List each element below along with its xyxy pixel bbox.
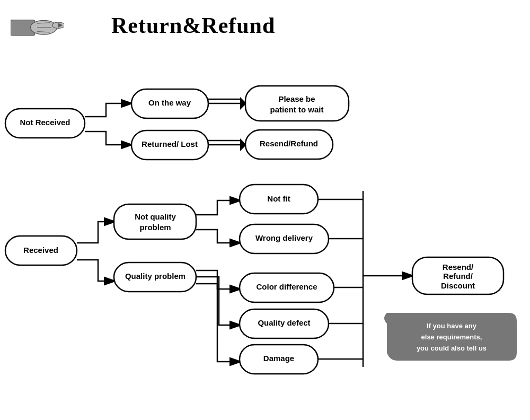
pointing-hand-icon [11,10,64,41]
returned-lost-label: Returned/ Lost [142,139,198,148]
not-quality-problem-label2: problem [139,223,171,232]
resend-refund-discount-label: Resend/ [443,262,474,272]
resend-refund-discount-label2: Refund/ [443,272,473,281]
resend-refund-discount-label3: Discount [441,281,475,290]
header: Return&Refund [0,0,530,47]
please-wait-label2: patient to wait [270,105,324,114]
please-wait-label: Please be [278,94,315,103]
wrong-delivery-label: Wrong delivery [255,233,313,242]
color-difference-label: Color difference [256,282,317,291]
diagram-svg: Not Received On the way Returned/ Lost P… [0,53,530,414]
not-quality-problem-label: Not quality [135,212,176,221]
svg-rect-22 [114,204,196,239]
on-the-way-label: On the way [148,98,191,107]
received-label: Received [23,246,58,255]
not-fit-label: Not fit [267,194,290,203]
speech-line2: else requirements, [421,333,482,341]
damage-label: Damage [263,354,294,363]
speech-line1: If you have any [427,322,477,330]
svg-rect-19 [245,86,349,121]
quality-defect-label: Quality defect [258,318,310,327]
page-container: Return&Refund Not Received On the way [0,0,530,420]
resend-refund-top-label: Resend/Refund [260,139,318,148]
quality-problem-label: Quality problem [125,272,186,281]
not-received-label: Not Received [20,118,70,127]
page-title: Return&Refund [111,13,275,38]
speech-line3: you could also tell us [417,344,487,352]
